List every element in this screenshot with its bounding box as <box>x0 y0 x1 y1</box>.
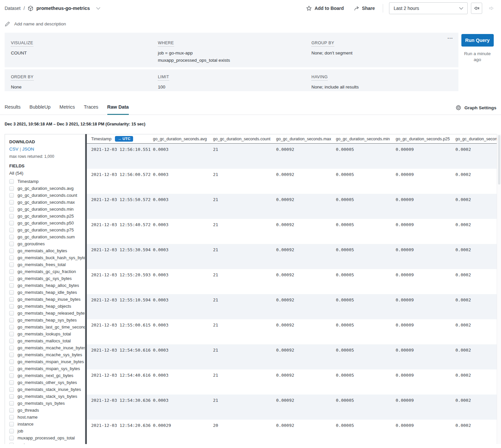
field-item[interactable]: go_gc_duration_seconds.max <box>9 199 85 206</box>
field-item[interactable]: go_memstats_mallocs_total <box>9 337 85 344</box>
dataset-chevron-down-icon[interactable] <box>96 7 100 10</box>
field-checkbox[interactable] <box>9 443 14 444</box>
field-item[interactable]: go_memstats_gc_cpu_fraction <box>9 268 85 275</box>
field-checkbox[interactable] <box>9 179 14 184</box>
field-item[interactable]: go_memstats_stack_sys_bytes <box>9 393 85 400</box>
column-header[interactable]: go_gc_duration_seconds.p25 <box>396 137 455 141</box>
field-item[interactable]: port <box>9 441 85 444</box>
field-item[interactable]: go_memstats_alloc_bytes <box>9 247 85 254</box>
table-row[interactable]: 2021-12-03 12:55:10.5940.0003210.000920.… <box>87 294 497 319</box>
breadcrumb-root[interactable]: Dataset <box>5 6 20 11</box>
field-checkbox[interactable] <box>9 207 14 212</box>
field-item[interactable]: go_memstats_heap_sys_bytes <box>9 317 85 324</box>
field-item[interactable]: go_memstats_stack_inuse_bytes <box>9 386 85 393</box>
visualize-value[interactable]: COUNT <box>11 50 152 57</box>
column-header[interactable]: go_gc_duration_seconds.max <box>276 137 336 141</box>
field-item[interactable]: muxapp_processed_ops_total <box>9 434 85 441</box>
field-item[interactable]: go_threads <box>9 407 85 414</box>
table-row[interactable]: 2021-12-03 12:55:50.5720.0003210.000920.… <box>87 194 497 219</box>
field-checkbox[interactable] <box>9 262 14 267</box>
table-row[interactable]: 2021-12-03 12:56:10.5510.0003210.000920.… <box>87 144 497 169</box>
field-item[interactable]: go_gc_duration_seconds.p75 <box>9 226 85 233</box>
table-row[interactable]: 2021-12-03 12:54:50.6160.0003210.000920.… <box>87 344 497 369</box>
download-csv-link[interactable]: CSV <box>9 147 18 152</box>
field-checkbox[interactable] <box>9 269 14 274</box>
field-checkbox[interactable] <box>9 339 14 343</box>
share-button[interactable]: Share <box>354 6 375 11</box>
field-item[interactable]: go_gc_duration_seconds.p25 <box>9 213 85 220</box>
field-item[interactable]: job <box>9 428 85 434</box>
field-checkbox[interactable] <box>9 221 14 225</box>
time-forward-button[interactable] <box>485 3 497 14</box>
field-checkbox[interactable] <box>9 394 14 399</box>
table-scrollbar-thumb[interactable] <box>498 135 500 185</box>
run-query-button[interactable]: Run Query <box>461 34 494 47</box>
time-range-dropdown[interactable]: Last 2 hours <box>389 2 468 14</box>
field-item[interactable]: go_memstats_mcache_sys_bytes <box>9 351 85 358</box>
table-row[interactable]: 2021-12-03 12:55:40.5720.0003210.000920.… <box>87 219 497 244</box>
field-checkbox[interactable] <box>9 401 14 406</box>
field-checkbox[interactable] <box>9 422 14 427</box>
visualize-clause[interactable]: VISUALIZE COUNT <box>5 40 152 67</box>
field-checkbox[interactable] <box>9 408 14 413</box>
field-checkbox[interactable] <box>9 228 14 232</box>
table-row[interactable]: 2021-12-03 12:54:40.6160.0003210.000920.… <box>87 369 497 395</box>
field-item[interactable]: host.name <box>9 414 85 421</box>
field-item[interactable]: go_memstats_heap_inuse_bytes <box>9 296 85 303</box>
table-row[interactable]: 2021-12-03 12:55:00.6150.0003210.000920.… <box>87 319 497 344</box>
field-item[interactable]: go_memstats_lookups_total <box>9 330 85 337</box>
order-by-clause[interactable]: ORDER BY None <box>5 74 152 91</box>
tab-raw-data[interactable]: Raw Data <box>107 104 129 115</box>
timestamp-column-header[interactable]: Timestamp → UTC <box>91 136 153 142</box>
field-checkbox[interactable] <box>9 311 14 316</box>
having-value[interactable]: None; include all results <box>311 84 458 91</box>
field-checkbox[interactable] <box>9 249 14 253</box>
field-checkbox[interactable] <box>9 235 14 239</box>
add-to-board-button[interactable]: Add to Board <box>306 6 344 11</box>
group-by-label[interactable]: GROUP BY <box>311 41 334 47</box>
order-by-label[interactable]: ORDER BY <box>11 75 34 81</box>
table-scrollbar[interactable] <box>497 134 501 444</box>
field-checkbox[interactable] <box>9 186 14 191</box>
limit-label[interactable]: LIMIT <box>158 75 169 81</box>
field-item[interactable]: go_memstats_heap_alloc_bytes <box>9 282 85 289</box>
field-item[interactable]: go_gc_duration_seconds.p50 <box>9 220 85 226</box>
field-item[interactable]: go_memstats_buck_hash_sys_bytes <box>9 254 85 261</box>
field-checkbox[interactable] <box>9 304 14 309</box>
field-checkbox[interactable] <box>9 429 14 433</box>
field-checkbox[interactable] <box>9 200 14 205</box>
where-clause-2[interactable]: muxapp_processed_ops_total exists <box>158 57 305 64</box>
group-by-value[interactable]: None; don't segment <box>311 50 458 57</box>
column-header[interactable]: go_gc_duration_seconds.p50 <box>455 137 497 141</box>
field-checkbox[interactable] <box>9 297 14 302</box>
where-clause[interactable]: WHERE job = go-mux-app muxapp_processed_… <box>152 40 305 67</box>
fields-all-count[interactable]: All (54) <box>9 171 85 176</box>
tab-results[interactable]: Results <box>5 104 20 115</box>
field-item[interactable]: go_memstats_mspan_sys_bytes <box>9 365 85 372</box>
utc-toggle-badge[interactable]: → UTC <box>115 136 133 142</box>
field-checkbox[interactable] <box>9 360 14 364</box>
field-checkbox[interactable] <box>9 290 14 295</box>
field-item[interactable]: go_gc_duration_seconds.min <box>9 206 85 213</box>
field-checkbox[interactable] <box>9 380 14 385</box>
add-name-row[interactable]: Add name and description <box>0 17 501 29</box>
table-row[interactable]: 2021-12-03 12:55:30.5940.0003210.000920.… <box>87 244 497 269</box>
field-item[interactable]: go_memstats_next_gc_bytes <box>9 372 85 379</box>
field-item[interactable]: go_memstats_frees_total <box>9 261 85 268</box>
field-checkbox[interactable] <box>9 325 14 329</box>
field-checkbox[interactable] <box>9 436 14 440</box>
field-checkbox[interactable] <box>9 346 14 350</box>
field-item[interactable]: go_gc_duration_seconds.count <box>9 192 85 199</box>
field-item[interactable]: go_memstats_sys_bytes <box>9 400 85 407</box>
visualize-label[interactable]: VISUALIZE <box>11 41 33 47</box>
field-checkbox[interactable] <box>9 193 14 198</box>
dataset-name[interactable]: prometheus-go-metrics <box>36 6 90 11</box>
field-checkbox[interactable] <box>9 242 14 246</box>
field-item[interactable]: go_memstats_heap_objects <box>9 303 85 310</box>
field-checkbox[interactable] <box>9 283 14 288</box>
table-row[interactable]: 2021-12-03 12:55:20.5930.0003210.000920.… <box>87 269 497 294</box>
where-clause-1[interactable]: job = go-mux-app <box>158 50 305 57</box>
field-checkbox[interactable] <box>9 332 14 336</box>
time-back-button[interactable] <box>471 3 482 14</box>
tab-metrics[interactable]: Metrics <box>59 104 75 115</box>
